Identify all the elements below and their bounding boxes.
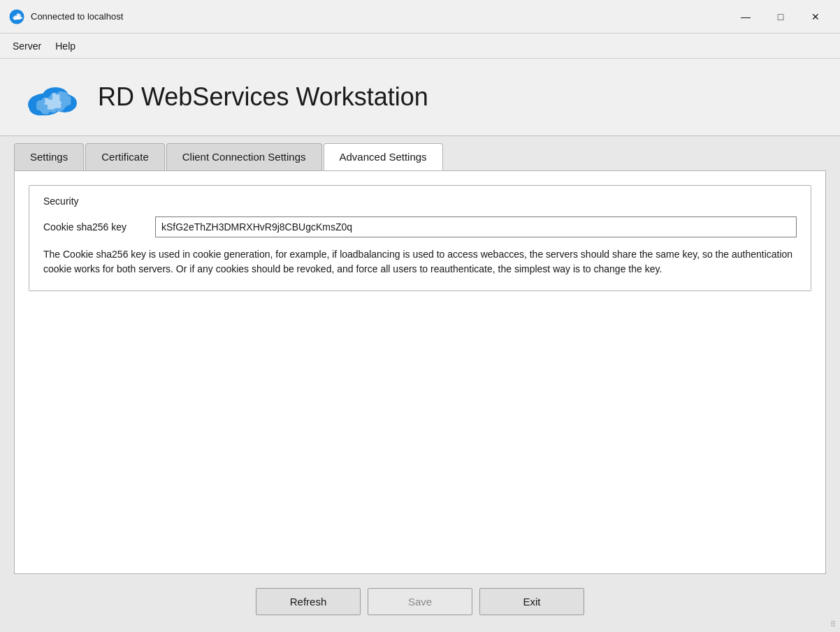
- app-logo: [21, 73, 84, 122]
- cookie-description: The Cookie sha256 key is used in cookie …: [43, 247, 797, 277]
- tab-advanced-settings[interactable]: Advanced Settings: [324, 143, 443, 170]
- cookie-key-label: Cookie sha256 key: [43, 221, 155, 233]
- tab-client-connection[interactable]: Client Connection Settings: [166, 143, 322, 170]
- title-bar-text: Connected to localhost: [31, 11, 730, 22]
- main-content: Settings Certificate Client Connection S…: [0, 136, 840, 632]
- resize-handle: ⠿: [830, 620, 836, 629]
- refresh-button[interactable]: Refresh: [256, 588, 361, 615]
- tab-panel-advanced: Security Cookie sha256 key The Cookie sh…: [14, 170, 826, 574]
- menu-bar: Server Help: [0, 34, 840, 59]
- close-button[interactable]: ✕: [799, 6, 832, 28]
- app-header: RD WebServices Workstation: [0, 59, 840, 136]
- app-icon: [8, 8, 25, 25]
- security-group-title: Security: [43, 196, 797, 207]
- tab-certificate[interactable]: Certificate: [85, 143, 165, 170]
- tab-settings[interactable]: Settings: [14, 143, 84, 170]
- security-group: Security Cookie sha256 key The Cookie sh…: [29, 185, 811, 291]
- save-button[interactable]: Save: [368, 588, 472, 615]
- maximize-button[interactable]: □: [765, 6, 797, 28]
- app-title: RD WebServices Workstation: [98, 82, 428, 112]
- bottom-bar: Refresh Save Exit: [14, 581, 826, 625]
- menu-server[interactable]: Server: [6, 38, 48, 54]
- cookie-key-row: Cookie sha256 key: [43, 216, 797, 237]
- menu-help[interactable]: Help: [48, 38, 82, 54]
- tab-bar: Settings Certificate Client Connection S…: [14, 136, 826, 170]
- exit-button[interactable]: Exit: [479, 588, 584, 615]
- minimize-button[interactable]: —: [730, 6, 762, 28]
- title-bar: Connected to localhost — □ ✕: [0, 0, 840, 34]
- title-bar-controls: — □ ✕: [730, 6, 832, 28]
- cookie-key-input[interactable]: [155, 216, 797, 237]
